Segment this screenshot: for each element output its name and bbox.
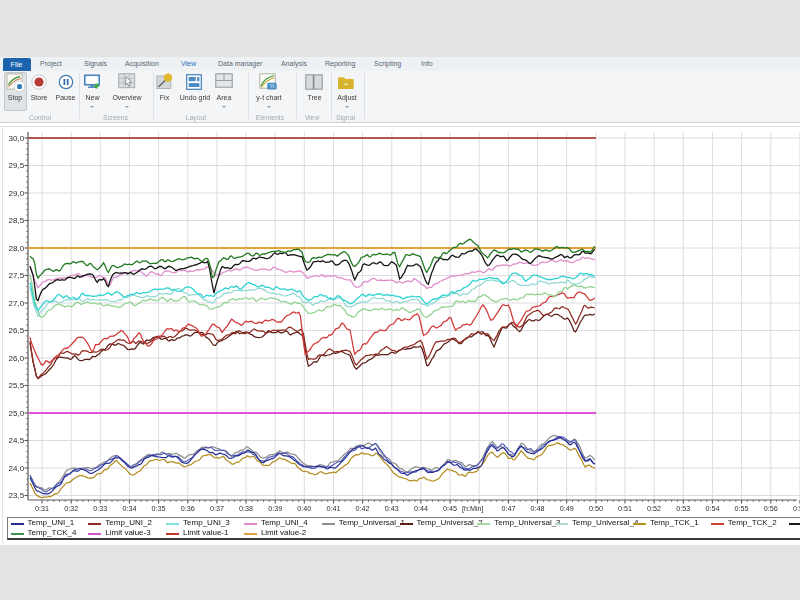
svg-text:[h:Min]: [h:Min] [462,504,484,513]
svg-text:26,5: 26,5 [9,326,25,335]
svg-text:0:53: 0:53 [676,504,690,513]
svg-text:24,5: 24,5 [9,436,25,445]
svg-text:0:55: 0:55 [735,504,749,513]
svg-text:0:44: 0:44 [414,504,428,513]
svg-text:0:38: 0:38 [239,504,253,513]
svg-text:0:49: 0:49 [560,504,574,513]
svg-text:26,0: 26,0 [9,354,25,363]
svg-text:29,5: 29,5 [9,161,25,170]
svg-text:0:52: 0:52 [647,504,661,513]
svg-text:0:50: 0:50 [589,504,603,513]
svg-text:0:35: 0:35 [152,504,166,513]
svg-text:0:41: 0:41 [327,504,341,513]
svg-text:0:34: 0:34 [122,504,136,513]
svg-text:0:57: 0:57 [793,504,800,513]
svg-text:0:36: 0:36 [181,504,195,513]
svg-text:28,0: 28,0 [9,244,25,253]
svg-text:0:39: 0:39 [268,504,282,513]
svg-text:0:51: 0:51 [618,504,632,513]
svg-text:30,0: 30,0 [9,134,25,143]
svg-text:0:45: 0:45 [443,504,457,513]
svg-text:24,0: 24,0 [9,464,25,473]
svg-text:0:47: 0:47 [501,504,515,513]
svg-text:0:32: 0:32 [64,504,78,513]
svg-text:Yt: Yt [270,84,275,89]
svg-text:27,5: 27,5 [9,271,25,280]
svg-text:0:33: 0:33 [93,504,107,513]
svg-text:23,5: 23,5 [9,491,25,500]
svg-text:0:54: 0:54 [705,504,719,513]
svg-text:25,5: 25,5 [9,381,25,390]
svg-text:29,0: 29,0 [9,189,25,198]
svg-text:27,0: 27,0 [9,299,25,308]
svg-text:0:43: 0:43 [385,504,399,513]
svg-text:0:31: 0:31 [35,504,49,513]
svg-text:0:42: 0:42 [356,504,370,513]
svg-text:0:48: 0:48 [531,504,545,513]
svg-text:0:37: 0:37 [210,504,224,513]
svg-text:28,5: 28,5 [9,216,25,225]
svg-text:0:40: 0:40 [297,504,311,513]
svg-text:0:56: 0:56 [764,504,778,513]
svg-text:25,0: 25,0 [9,409,25,418]
